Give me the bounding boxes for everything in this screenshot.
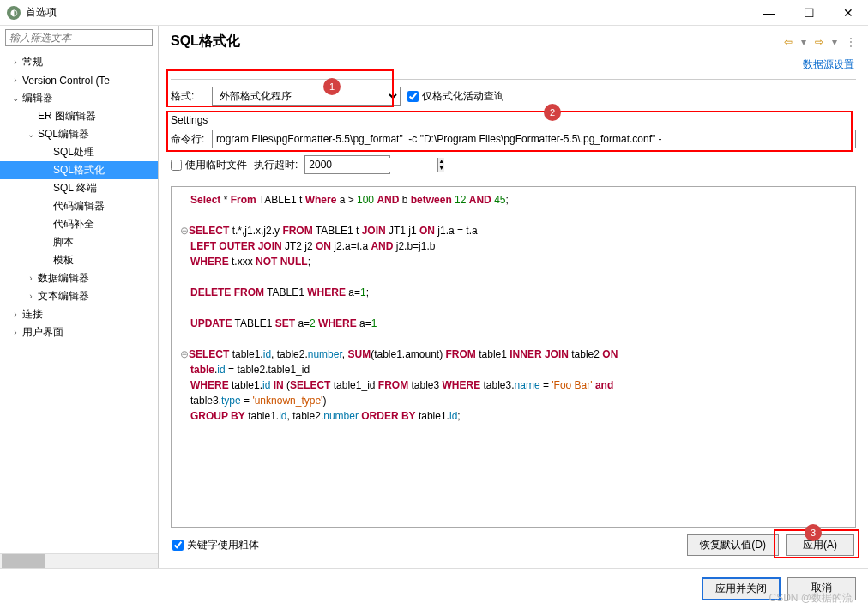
tree-item[interactable]: SQL处理 (0, 143, 158, 161)
nav-forward-icon[interactable]: ⇨ (815, 36, 823, 48)
command-line-label: 命令行: (171, 132, 205, 147)
datasource-settings-link[interactable]: 数据源设置 (803, 58, 854, 70)
tree-item[interactable]: ›Version Control (Te (0, 71, 158, 89)
tree-item[interactable]: 脚本 (0, 233, 158, 251)
expand-icon[interactable]: › (10, 57, 21, 67)
horizontal-scrollbar[interactable] (0, 553, 158, 568)
tree-item-label: 模板 (51, 253, 74, 268)
tree-item[interactable]: 代码编辑器 (0, 197, 158, 215)
filter-input[interactable] (6, 30, 152, 45)
tree-item-label: 编辑器 (21, 91, 53, 106)
page-title: SQL格式化 (171, 33, 240, 51)
tree-item-label: SQL编辑器 (36, 127, 89, 142)
tree-item-label: 代码编辑器 (51, 199, 105, 214)
divider (171, 79, 856, 80)
stepper-up-icon[interactable]: ▲ (438, 158, 444, 165)
expand-icon[interactable]: › (26, 274, 36, 283)
menu-icon[interactable]: ⋮ (846, 36, 856, 48)
app-icon: ◐ (7, 6, 21, 20)
nav-forward-menu-icon[interactable]: ▾ (832, 36, 837, 48)
only-active-query-checkbox[interactable]: 仅格式化活动查询 (407, 89, 504, 104)
tree-item-label: 数据编辑器 (36, 271, 89, 286)
format-select[interactable]: 外部格式化程序 (212, 87, 401, 106)
tree-item-label: SQL格式化 (51, 163, 105, 178)
tree-item[interactable]: SQL格式化 (0, 161, 158, 179)
settings-group-label: Settings (171, 114, 856, 126)
tree-item[interactable]: 代码补全 (0, 215, 158, 233)
tree-item[interactable]: ›文本编辑器 (0, 287, 158, 305)
tree-item-label: SQL 终端 (51, 181, 97, 196)
preference-tree: ›常规›Version Control (Te⌄编辑器ER 图编辑器⌄SQL编辑… (0, 51, 158, 553)
annotation-badge-3: 3 (805, 524, 822, 541)
restore-defaults-button[interactable]: 恢复默认值(D) (687, 534, 779, 556)
collapse-icon[interactable]: ⌄ (26, 130, 36, 139)
tree-item[interactable]: ›数据编辑器 (0, 269, 158, 287)
tree-item-label: 文本编辑器 (36, 289, 89, 304)
tree-item-label: 常规 (21, 55, 43, 69)
exec-timeout-stepper[interactable]: ▲▼ (304, 155, 390, 174)
window-title: 首选项 (26, 5, 57, 20)
tree-item-label: 连接 (21, 307, 43, 322)
use-temp-file-checkbox[interactable]: 使用临时文件 (171, 158, 247, 172)
tree-item[interactable]: ⌄编辑器 (0, 89, 158, 107)
expand-icon[interactable]: › (10, 328, 21, 337)
tree-item[interactable]: ⌄SQL编辑器 (0, 125, 158, 143)
tree-item-label: 用户界面 (21, 325, 63, 340)
close-button[interactable]: ✕ (829, 0, 868, 26)
expand-icon[interactable]: › (26, 292, 36, 301)
sql-preview: Select * From TABLE1 t Where a > 100 AND… (171, 186, 856, 528)
format-label: 格式: (171, 89, 205, 104)
collapse-icon[interactable]: ⌄ (10, 93, 21, 103)
cancel-button[interactable]: 取消 (787, 577, 856, 600)
tree-item-label: ER 图编辑器 (36, 109, 96, 124)
maximize-button[interactable]: ☐ (789, 0, 829, 26)
stepper-down-icon[interactable]: ▼ (438, 165, 444, 172)
bold-keywords-checkbox[interactable]: 关键字使用粗体 (172, 538, 259, 552)
tree-item[interactable]: ›用户界面 (0, 323, 158, 341)
annotation-badge-1: 1 (323, 78, 341, 95)
tree-item-label: Version Control (Te (21, 75, 110, 87)
tree-item[interactable]: ER 图编辑器 (0, 107, 158, 125)
tree-item-label: SQL处理 (51, 145, 94, 160)
tree-item[interactable]: ›常规 (0, 53, 158, 71)
tree-item-label: 代码补全 (51, 217, 94, 232)
tree-item-label: 脚本 (51, 235, 74, 250)
exec-timeout-label: 执行超时: (254, 158, 298, 172)
tree-item[interactable]: SQL 终端 (0, 179, 158, 197)
expand-icon[interactable]: › (10, 75, 21, 85)
tree-item[interactable]: ›连接 (0, 305, 158, 323)
nav-back-menu-icon[interactable]: ▾ (801, 36, 806, 48)
tree-item[interactable]: 模板 (0, 251, 158, 269)
apply-and-close-button[interactable]: 应用并关闭 (702, 577, 781, 600)
annotation-badge-2: 2 (544, 104, 561, 121)
command-line-input[interactable] (212, 130, 856, 148)
sidebar: ›常规›Version Control (Te⌄编辑器ER 图编辑器⌄SQL编辑… (0, 26, 159, 568)
expand-icon[interactable]: › (10, 310, 21, 319)
nav-back-icon[interactable]: ⇦ (784, 36, 793, 48)
titlebar: ◐ 首选项 — ☐ ✕ (0, 0, 868, 26)
minimize-button[interactable]: — (750, 0, 789, 26)
